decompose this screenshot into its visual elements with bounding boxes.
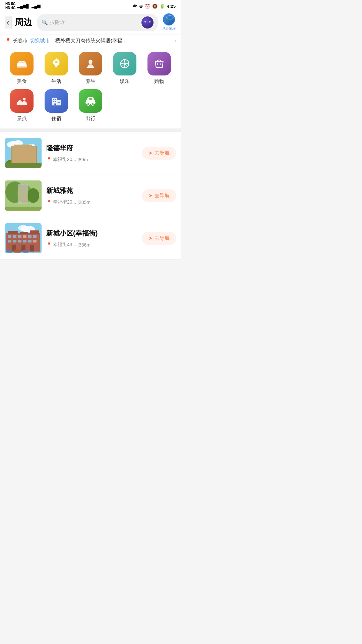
section-divider: [0, 128, 181, 132]
search-placeholder: 搜附近: [50, 19, 65, 25]
entertainment-label: 娱乐: [120, 78, 130, 85]
svg-rect-74: [18, 240, 21, 243]
place-thumb-1: [5, 138, 42, 168]
nav-arrow-icon-2: ➤: [148, 193, 153, 199]
svg-point-26: [92, 103, 94, 106]
search-icon: 🔍: [42, 19, 48, 25]
svg-point-25: [87, 103, 90, 106]
svg-rect-19: [53, 101, 54, 102]
svg-rect-70: [28, 235, 32, 238]
category-grid-row1: 美食 生活 养生: [5, 52, 176, 85]
place-info-3: 新城小区(幸福街) 📍 幸福街43... |336m: [46, 229, 137, 248]
health-label: 养生: [85, 78, 96, 85]
svg-rect-29: [89, 98, 92, 100]
svg-point-61: [18, 225, 28, 231]
svg-rect-58: [5, 207, 42, 211]
navigate-button-2[interactable]: ➤ 去导航: [142, 189, 176, 202]
place-info-2: 新城雅苑 📍 幸福街20... |285m: [46, 186, 137, 205]
transport-icon: [79, 89, 102, 113]
place-item-1[interactable]: 隆德华府 📍 幸福街20... |89m ➤ 去导航: [0, 132, 181, 174]
category-grid-row2: 景点 住宿: [5, 89, 176, 122]
life-label: 生活: [51, 78, 61, 85]
nav-label-2: 去导航: [155, 193, 170, 199]
svg-rect-41: [24, 150, 27, 152]
place-name-2: 新城雅苑: [46, 186, 137, 195]
svg-rect-68: [18, 235, 21, 238]
life-icon: [45, 52, 68, 75]
current-location-name: 楼外楼大刀肉传统火锅居(幸福...: [55, 38, 173, 44]
location-bar: 📍 长春市 切换城市 楼外楼大刀肉传统火锅居(幸福... ›: [0, 35, 181, 47]
location-pin-icon: 📍: [5, 38, 11, 44]
signal-bars-2: ▂▄▆: [32, 4, 41, 8]
place-item-3[interactable]: 新城小区(幸福街) 📍 幸福街43... |336m ➤ 去导航: [0, 217, 181, 260]
switch-city-button[interactable]: 切换城市: [30, 38, 50, 44]
hotel-label: 住宿: [51, 115, 61, 122]
category-life[interactable]: 生活: [39, 52, 73, 85]
place-thumb-2: [5, 180, 42, 211]
category-hotel[interactable]: 住宿: [39, 89, 73, 122]
health-icon: [79, 52, 102, 75]
category-transport[interactable]: 出行: [73, 89, 108, 122]
category-health[interactable]: 养生: [73, 52, 108, 85]
svg-rect-65: [30, 230, 39, 234]
scenery-icon: [10, 89, 34, 113]
time-display: 4:25: [167, 4, 176, 9]
svg-point-6: [88, 60, 92, 64]
satellite-map-button[interactable]: 卫星地图: [162, 13, 176, 31]
page-title: 周边: [15, 16, 32, 28]
back-button[interactable]: ‹: [5, 16, 11, 29]
svg-rect-72: [8, 240, 11, 243]
place-distance-2: |285m: [77, 200, 90, 205]
status-carrier: HD 5G HD 4G ▂▄▆█ ▂▄▆: [5, 2, 40, 10]
svg-rect-34: [14, 145, 32, 168]
svg-rect-63: [8, 231, 18, 234]
svg-point-53: [27, 188, 39, 203]
svg-rect-20: [55, 101, 56, 102]
navigate-button-3[interactable]: ➤ 去导航: [142, 232, 176, 245]
svg-rect-37: [24, 147, 27, 149]
svg-point-5: [55, 61, 58, 63]
place-meta-3: 📍 幸福街43... |336m: [46, 242, 137, 248]
place-info-1: 隆德华府 📍 幸福街20... |89m: [46, 144, 137, 163]
svg-rect-18: [55, 99, 56, 100]
svg-point-14: [23, 98, 26, 101]
svg-rect-21: [57, 102, 58, 103]
place-address-1: 幸福街20...: [53, 157, 76, 163]
place-name-1: 隆德华府: [46, 144, 137, 153]
ai-avatar[interactable]: [141, 16, 154, 29]
satellite-label: 卫星地图: [162, 26, 176, 31]
search-bar[interactable]: 🔍 搜附近: [37, 14, 158, 31]
place-address-2: 幸福街20...: [53, 199, 76, 205]
city-name: 长春市: [13, 38, 28, 44]
svg-rect-35: [16, 147, 19, 149]
svg-rect-77: [33, 240, 37, 243]
chevron-right-icon: ›: [175, 38, 176, 44]
svg-rect-38: [28, 147, 31, 149]
svg-rect-45: [24, 153, 27, 155]
svg-rect-7: [87, 67, 95, 68]
category-scenery[interactable]: 景点: [5, 89, 39, 122]
category-food[interactable]: 美食: [5, 52, 39, 85]
pin-icon-3: 📍: [46, 242, 52, 247]
place-item-2[interactable]: 新城雅苑 📍 幸福街20... |285m ➤ 去导航: [0, 174, 181, 217]
category-shopping[interactable]: 购物: [142, 52, 176, 85]
category-entertainment[interactable]: 娱乐: [108, 52, 142, 85]
transport-label: 出行: [85, 115, 96, 122]
svg-rect-17: [53, 99, 54, 100]
nav-label-3: 去导航: [155, 235, 170, 241]
place-meta-1: 📍 幸福街20... |89m: [46, 157, 137, 163]
svg-rect-83: [23, 250, 28, 253]
svg-rect-64: [20, 232, 28, 234]
category-section: 美食 生活 养生: [0, 47, 181, 128]
navigate-button-1[interactable]: ➤ 去导航: [142, 147, 176, 160]
svg-rect-75: [23, 240, 26, 243]
svg-rect-1: [17, 62, 26, 65]
svg-rect-36: [20, 147, 23, 149]
nfc-icon: ⊕: [139, 4, 143, 9]
svg-rect-22: [59, 102, 60, 103]
status-bar: HD 5G HD 4G ▂▄▆█ ▂▄▆ 👁 ⊕ ⏰ 🔕 🔋 4:25: [0, 0, 181, 11]
place-distance-3: |336m: [77, 242, 90, 248]
svg-rect-67: [13, 235, 16, 238]
svg-rect-44: [20, 153, 23, 155]
nav-arrow-icon-3: ➤: [148, 235, 153, 241]
